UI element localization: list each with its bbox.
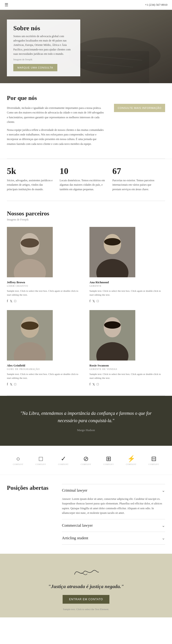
partner-name-3: Roxie Swanson xyxy=(90,364,165,368)
facebook-icon-1[interactable]: f xyxy=(90,299,90,303)
positions-right: Criminal lawyer ⌄ Answer: Lorem ipsum do… xyxy=(62,484,165,544)
partner-social-3: f 𝕏 □ xyxy=(90,382,165,386)
why-us-content: Por que nós Diversidade, inclusão e igua… xyxy=(7,95,105,150)
partner-role-1: GERENTE xyxy=(90,285,165,287)
facebook-icon-0[interactable]: f xyxy=(7,299,8,303)
hero-section: Sobre nós Somos um escritório de advocac… xyxy=(0,10,172,83)
chevron-down-icon-commercial: ⌄ xyxy=(162,523,165,528)
partner-name-0: Jeffrey Brown xyxy=(7,280,82,284)
logo-label-6: COMPANY xyxy=(148,464,159,466)
logo-0: ○ COMPANY xyxy=(13,455,24,466)
phone-number: +1 (234) 567-8910 xyxy=(145,3,168,7)
consult-button[interactable]: CONSULTE MAIS INFORMAÇÃO xyxy=(114,104,165,112)
logo-label-3: COMPANY xyxy=(81,464,91,466)
stat-item-1: 10 Locais domésticos. Temos escritórios … xyxy=(60,166,112,192)
logos-section: ○ COMPANY □ COMPANY ✓ COMPANY ⊘ COMPANY … xyxy=(0,446,172,475)
instagram-icon-1[interactable]: □ xyxy=(97,299,98,303)
logo-label-0: COMPANY xyxy=(13,464,24,466)
logo-3: ⊘ COMPANY xyxy=(81,455,91,466)
footer-quote-text: "Justiça atrasada é justiça negada." xyxy=(7,584,165,590)
partner-text-0: Sample text. Click to select the text bo… xyxy=(7,289,82,297)
quote-text: "Na Libra, entendemos a importância da c… xyxy=(18,410,154,424)
instagram-icon-3[interactable]: □ xyxy=(97,382,98,386)
footer-sample-text: Sample text. Click to select the Text El… xyxy=(7,608,165,610)
footer-quote-section: "Justiça atrasada é justiça negada." ENT… xyxy=(0,554,172,618)
partner-social-0: f 𝕏 □ xyxy=(7,299,82,303)
svg-point-12 xyxy=(104,238,121,246)
logo-icon-0: ○ xyxy=(16,455,20,462)
twitter-icon-1[interactable]: 𝕏 xyxy=(92,299,95,303)
logo-icon-3: ⊘ xyxy=(83,455,88,462)
why-us-title: Por que nós xyxy=(7,95,105,102)
stat-number-1: 10 xyxy=(60,166,106,176)
partner-image-1 xyxy=(90,227,135,277)
positions-title: Posições abertas xyxy=(7,484,53,492)
logo-icon-2: ✓ xyxy=(61,455,66,462)
hero-description: Somos um escritório de advocacia global … xyxy=(13,34,74,56)
header: ☰ +1 (234) 567-8910 xyxy=(0,0,172,10)
accordion-header-criminal[interactable]: Criminal lawyer ⌄ xyxy=(62,484,165,497)
partner-text-2: Sample text. Click to select the text bo… xyxy=(7,372,82,380)
chevron-down-icon-articling: ⌄ xyxy=(162,536,165,541)
consultation-button[interactable]: MARQUE UMA CONSULTA xyxy=(13,64,57,71)
logo-label-2: COMPANY xyxy=(58,464,68,466)
logo-icon-6: ⊟ xyxy=(151,455,156,462)
stats-section: 5k Sócios, advogados, assistentes jurídi… xyxy=(0,159,172,201)
logo-label-1: COMPANY xyxy=(36,464,46,466)
stat-number-0: 5k xyxy=(7,166,53,176)
logo-label-5: COMPANY xyxy=(126,464,136,466)
stat-text-2: Parcerias no exterior. Temos parceiros i… xyxy=(112,178,158,192)
positions-section: Posições abertas Criminal lawyer ⌄ Answe… xyxy=(0,475,172,554)
logo-icon-5: ⚡ xyxy=(127,455,135,462)
hero-credit: Imagem de freepik xyxy=(13,58,74,61)
logo-label-4: COMPANY xyxy=(103,464,114,466)
hero-title: Sobre nós xyxy=(13,24,74,32)
why-us-cta: CONSULTE MAIS INFORMAÇÃO xyxy=(114,95,165,112)
logo-1: □ COMPANY xyxy=(36,455,46,466)
positions-left: Posições abertas xyxy=(7,484,53,492)
partner-role-0: LÍDER CRIATIVO xyxy=(7,285,82,287)
partner-image-2 xyxy=(7,310,53,360)
svg-point-20 xyxy=(104,321,121,329)
accordion-title-articling: Articling student xyxy=(62,536,88,540)
accordion-header-articling[interactable]: Articling student ⌄ xyxy=(62,532,165,544)
twitter-icon-2[interactable]: 𝕏 xyxy=(10,382,12,386)
accordion-header-commercial[interactable]: Commercial lawyer ⌄ xyxy=(62,519,165,532)
menu-icon[interactable]: ☰ xyxy=(4,2,8,7)
accordion-item-commercial: Commercial lawyer ⌄ xyxy=(62,519,165,532)
logo-2: ✓ COMPANY xyxy=(58,455,68,466)
partner-card-1: Ana Richmond GERENTE Sample text. Click … xyxy=(90,227,165,303)
stat-text-1: Locais domésticos. Temos escritórios em … xyxy=(60,178,106,192)
partner-text-1: Sample text. Click to select the text bo… xyxy=(90,289,165,297)
accordion-item-criminal: Criminal lawyer ⌄ Answer: Lorem ipsum do… xyxy=(62,484,165,519)
facebook-icon-3[interactable]: f xyxy=(90,382,90,386)
partner-role-2: GURU DE PROGRAMAÇÃO xyxy=(7,368,82,370)
instagram-icon-0[interactable]: □ xyxy=(14,299,16,303)
logo-6: ⊟ COMPANY xyxy=(148,455,159,466)
partner-social-2: f 𝕏 □ xyxy=(7,382,82,386)
twitter-icon-3[interactable]: 𝕏 xyxy=(92,382,95,386)
accordion-title-criminal: Criminal lawyer xyxy=(62,488,88,493)
logo-4: ⊞ COMPANY xyxy=(103,455,114,466)
contact-button[interactable]: ENTRAR EM CONTATO xyxy=(62,595,110,604)
why-us-section: Por que nós Diversidade, inclusão e igua… xyxy=(0,83,172,158)
quote-author: Margo Hudson xyxy=(77,428,95,432)
partner-image-0 xyxy=(7,227,53,277)
why-us-text2: Nossa equipe jurídica reflete a diversid… xyxy=(7,128,105,146)
partners-credit: Imagens de Freepik xyxy=(7,218,165,222)
instagram-icon-2[interactable]: □ xyxy=(14,382,16,386)
twitter-icon-0[interactable]: 𝕏 xyxy=(10,299,12,303)
partner-role-3: GERENTE DE VENDAS xyxy=(90,368,165,370)
logo-icon-4: ⊞ xyxy=(106,455,111,462)
partner-name-2: Alex Grinfield xyxy=(7,364,82,368)
svg-point-8 xyxy=(21,238,39,248)
partner-text-3: Sample text. Click to select the text bo… xyxy=(90,372,165,380)
quote-section: "Na Libra, entendemos a importância da c… xyxy=(0,396,172,446)
why-us-text1: Diversidade, inclusão e igualdade são ex… xyxy=(7,106,105,124)
stat-item-0: 5k Sócios, advogados, assistentes jurídi… xyxy=(7,166,60,192)
svg-point-16 xyxy=(21,322,38,330)
partners-section: Nossos parceiros Imagens de Freepik Jeff… xyxy=(0,201,172,396)
stat-text-0: Sócios, advogados, assistentes jurídicos… xyxy=(7,178,53,192)
facebook-icon-2[interactable]: f xyxy=(7,382,8,386)
partner-card-3: Roxie Swanson GERENTE DE VENDAS Sample t… xyxy=(90,310,165,386)
